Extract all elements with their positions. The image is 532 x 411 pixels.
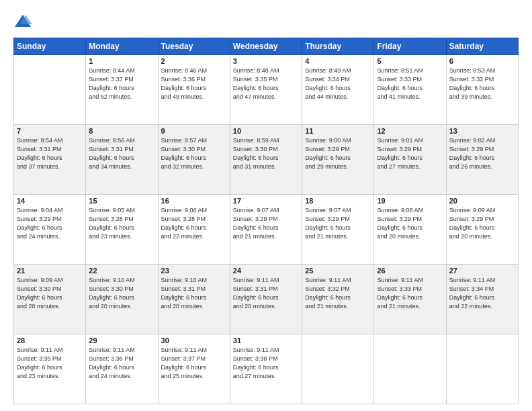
calendar-week-2: 14Sunrise: 9:04 AM Sunset: 3:29 PM Dayli… [14, 195, 519, 265]
day-info: Sunrise: 9:06 AM Sunset: 3:28 PM Dayligh… [161, 206, 227, 241]
day-info: Sunrise: 9:11 AM Sunset: 3:34 PM Dayligh… [449, 276, 515, 311]
day-info: Sunrise: 9:01 AM Sunset: 3:29 PM Dayligh… [377, 136, 443, 171]
day-number: 3 [233, 57, 299, 65]
day-number: 11 [305, 127, 371, 135]
calendar-cell: 18Sunrise: 9:07 AM Sunset: 3:29 PM Dayli… [302, 195, 374, 265]
day-info: Sunrise: 9:00 AM Sunset: 3:29 PM Dayligh… [305, 136, 371, 171]
day-info: Sunrise: 8:48 AM Sunset: 3:35 PM Dayligh… [233, 66, 299, 101]
day-info: Sunrise: 8:46 AM Sunset: 3:36 PM Dayligh… [161, 66, 227, 101]
calendar-cell: 23Sunrise: 9:10 AM Sunset: 3:31 PM Dayli… [158, 265, 230, 334]
day-number: 17 [233, 197, 299, 205]
calendar-cell: 9Sunrise: 8:57 AM Sunset: 3:30 PM Daylig… [158, 125, 230, 195]
day-info: Sunrise: 8:44 AM Sunset: 3:37 PM Dayligh… [89, 66, 154, 101]
day-info: Sunrise: 9:11 AM Sunset: 3:32 PM Dayligh… [305, 276, 371, 311]
day-header-tuesday: Tuesday [158, 38, 230, 55]
day-header-monday: Monday [86, 38, 158, 55]
day-number: 22 [89, 267, 154, 275]
day-number: 24 [233, 267, 299, 275]
calendar-week-4: 28Sunrise: 9:11 AM Sunset: 3:35 PM Dayli… [14, 334, 519, 404]
calendar-cell: 22Sunrise: 9:10 AM Sunset: 3:30 PM Dayli… [86, 265, 158, 334]
day-info: Sunrise: 9:10 AM Sunset: 3:30 PM Dayligh… [89, 276, 154, 311]
calendar-week-1: 7Sunrise: 8:54 AM Sunset: 3:31 PM Daylig… [14, 125, 519, 195]
calendar-cell: 19Sunrise: 9:08 AM Sunset: 3:29 PM Dayli… [374, 195, 446, 265]
calendar-cell [14, 55, 86, 125]
day-info: Sunrise: 9:07 AM Sunset: 3:29 PM Dayligh… [305, 206, 371, 241]
day-number: 18 [305, 197, 371, 205]
day-header-wednesday: Wednesday [230, 38, 302, 55]
day-number: 27 [449, 267, 515, 275]
day-number: 28 [17, 336, 83, 345]
day-info: Sunrise: 9:08 AM Sunset: 3:29 PM Dayligh… [377, 206, 443, 241]
day-header-sunday: Sunday [14, 38, 86, 55]
day-info: Sunrise: 9:07 AM Sunset: 3:29 PM Dayligh… [233, 206, 299, 241]
calendar-cell: 25Sunrise: 9:11 AM Sunset: 3:32 PM Dayli… [302, 265, 374, 334]
calendar-cell: 4Sunrise: 8:49 AM Sunset: 3:34 PM Daylig… [302, 55, 374, 125]
calendar-cell: 26Sunrise: 9:11 AM Sunset: 3:33 PM Dayli… [374, 265, 446, 334]
day-number: 12 [377, 127, 443, 135]
day-number: 19 [377, 197, 443, 205]
logo [13, 12, 35, 31]
day-info: Sunrise: 9:02 AM Sunset: 3:29 PM Dayligh… [449, 136, 515, 171]
day-number: 20 [449, 197, 515, 205]
day-number: 1 [89, 57, 154, 65]
day-info: Sunrise: 9:11 AM Sunset: 3:31 PM Dayligh… [233, 276, 299, 311]
calendar-header-row: SundayMondayTuesdayWednesdayThursdayFrid… [14, 38, 519, 55]
calendar-cell: 8Sunrise: 8:56 AM Sunset: 3:31 PM Daylig… [86, 125, 158, 195]
calendar-cell: 17Sunrise: 9:07 AM Sunset: 3:29 PM Dayli… [230, 195, 302, 265]
calendar-cell: 30Sunrise: 9:11 AM Sunset: 3:37 PM Dayli… [158, 334, 230, 404]
day-info: Sunrise: 9:05 AM Sunset: 3:28 PM Dayligh… [89, 206, 154, 241]
header [13, 12, 519, 31]
day-number: 10 [233, 127, 299, 135]
day-info: Sunrise: 8:49 AM Sunset: 3:34 PM Dayligh… [305, 66, 371, 101]
calendar-cell: 7Sunrise: 8:54 AM Sunset: 3:31 PM Daylig… [14, 125, 86, 195]
calendar-cell: 16Sunrise: 9:06 AM Sunset: 3:28 PM Dayli… [158, 195, 230, 265]
calendar-cell [374, 334, 446, 404]
calendar-cell: 10Sunrise: 8:59 AM Sunset: 3:30 PM Dayli… [230, 125, 302, 195]
calendar-cell: 6Sunrise: 8:53 AM Sunset: 3:32 PM Daylig… [446, 55, 518, 125]
day-number: 21 [17, 267, 83, 275]
calendar-cell: 5Sunrise: 8:51 AM Sunset: 3:33 PM Daylig… [374, 55, 446, 125]
day-number: 15 [89, 197, 154, 205]
calendar-week-3: 21Sunrise: 9:09 AM Sunset: 3:30 PM Dayli… [14, 265, 519, 334]
day-number: 29 [89, 336, 154, 345]
day-number: 5 [377, 57, 443, 65]
day-number: 25 [305, 267, 371, 275]
logo-icon [13, 12, 32, 31]
day-info: Sunrise: 8:53 AM Sunset: 3:32 PM Dayligh… [449, 66, 515, 101]
day-number: 9 [161, 127, 227, 135]
calendar-cell: 14Sunrise: 9:04 AM Sunset: 3:29 PM Dayli… [14, 195, 86, 265]
calendar-cell: 31Sunrise: 9:11 AM Sunset: 3:38 PM Dayli… [230, 334, 302, 404]
day-header-friday: Friday [374, 38, 446, 55]
day-info: Sunrise: 9:11 AM Sunset: 3:35 PM Dayligh… [17, 346, 83, 381]
day-number: 4 [305, 57, 371, 65]
day-info: Sunrise: 8:56 AM Sunset: 3:31 PM Dayligh… [89, 136, 154, 171]
day-info: Sunrise: 9:11 AM Sunset: 3:37 PM Dayligh… [161, 346, 227, 381]
day-header-saturday: Saturday [446, 38, 518, 55]
day-number: 16 [161, 197, 227, 205]
day-number: 7 [17, 127, 83, 135]
calendar-cell: 3Sunrise: 8:48 AM Sunset: 3:35 PM Daylig… [230, 55, 302, 125]
day-info: Sunrise: 8:59 AM Sunset: 3:30 PM Dayligh… [233, 136, 299, 171]
day-number: 31 [233, 336, 299, 345]
calendar-cell [446, 334, 518, 404]
day-info: Sunrise: 9:11 AM Sunset: 3:33 PM Dayligh… [377, 276, 443, 311]
day-info: Sunrise: 9:11 AM Sunset: 3:38 PM Dayligh… [233, 346, 299, 381]
calendar: SundayMondayTuesdayWednesdayThursdayFrid… [13, 38, 519, 404]
calendar-cell: 15Sunrise: 9:05 AM Sunset: 3:28 PM Dayli… [86, 195, 158, 265]
day-number: 2 [161, 57, 227, 65]
calendar-cell: 11Sunrise: 9:00 AM Sunset: 3:29 PM Dayli… [302, 125, 374, 195]
day-number: 30 [161, 336, 227, 345]
day-header-thursday: Thursday [302, 38, 374, 55]
day-number: 23 [161, 267, 227, 275]
calendar-cell: 2Sunrise: 8:46 AM Sunset: 3:36 PM Daylig… [158, 55, 230, 125]
day-number: 6 [449, 57, 515, 65]
day-info: Sunrise: 8:57 AM Sunset: 3:30 PM Dayligh… [161, 136, 227, 171]
page: SundayMondayTuesdayWednesdayThursdayFrid… [0, 0, 532, 411]
calendar-cell: 24Sunrise: 9:11 AM Sunset: 3:31 PM Dayli… [230, 265, 302, 334]
calendar-cell: 27Sunrise: 9:11 AM Sunset: 3:34 PM Dayli… [446, 265, 518, 334]
day-info: Sunrise: 9:04 AM Sunset: 3:29 PM Dayligh… [17, 206, 83, 241]
day-info: Sunrise: 9:11 AM Sunset: 3:36 PM Dayligh… [89, 346, 154, 381]
day-info: Sunrise: 9:10 AM Sunset: 3:31 PM Dayligh… [161, 276, 227, 311]
day-number: 13 [449, 127, 515, 135]
calendar-cell: 1Sunrise: 8:44 AM Sunset: 3:37 PM Daylig… [86, 55, 158, 125]
